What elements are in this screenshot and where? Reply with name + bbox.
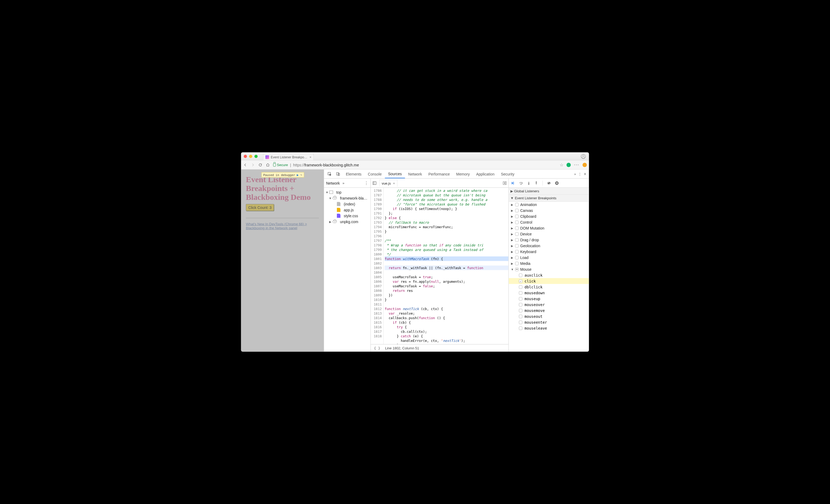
pause-on-exceptions-button[interactable] [555,181,559,185]
tree-origin[interactable]: ▶ unpkg.com [325,219,370,225]
toggle-debugger-icon[interactable] [503,181,507,185]
step-over-button[interactable] [519,181,523,185]
evt-item-mouseleave[interactable]: mouseleave [509,325,589,331]
devtools-menu-icon[interactable]: ⋮ [578,172,582,176]
devtools-tab-elements[interactable]: Elements [343,169,365,179]
deactivate-breakpoints-button[interactable] [547,181,551,185]
more-navigator-tabs-icon[interactable]: » [343,181,344,185]
devtools-tab-memory[interactable]: Memory [453,169,473,179]
section-event-listener-breakpoints[interactable]: ▼Event Listener Breakpoints [509,195,589,202]
tree-file[interactable]: app.js [325,207,370,213]
device-toolbar-icon[interactable] [334,169,342,179]
evt-category[interactable]: ▶Animation [509,202,589,208]
checkbox-icon[interactable] [519,285,522,289]
step-over-icon[interactable]: ↷ [300,173,302,177]
evt-category-mouse[interactable]: ▼Mouse [509,266,589,272]
extension-more-icon[interactable]: ••• [574,163,579,167]
bookmark-star-icon[interactable]: ☆ [560,162,564,167]
evt-item-click[interactable]: click [509,278,589,284]
checkbox-icon[interactable] [515,226,519,230]
evt-category[interactable]: ▶Clipboard [509,214,589,219]
evt-category[interactable]: ▶Control [509,219,589,225]
step-out-button[interactable] [535,181,538,185]
close-devtools-icon[interactable]: × [584,171,586,176]
evt-category[interactable]: ▶Load [509,255,589,260]
checkbox-mixed-icon[interactable] [515,267,519,271]
resume-icon[interactable]: ▶ [297,173,299,177]
checkbox-icon[interactable] [519,297,522,301]
checkbox-icon[interactable] [515,232,519,236]
checkbox-icon[interactable] [515,215,519,218]
checkbox-icon[interactable] [515,244,519,248]
checkbox-icon[interactable] [515,256,519,259]
devtools-tab-performance[interactable]: Performance [425,169,453,179]
inspect-element-icon[interactable] [326,169,334,179]
profile-avatar-icon[interactable] [581,154,586,159]
checkbox-icon[interactable] [519,274,522,277]
evt-category[interactable]: ▶Keyboard [509,249,589,255]
close-editor-tab-icon[interactable]: × [393,181,395,185]
tree-origin[interactable]: ▼ framework-bla… [325,195,370,201]
evt-item-mouseup[interactable]: mouseup [509,296,589,302]
checkbox-icon[interactable] [515,203,519,206]
evt-item-mousemove[interactable]: mousemove [509,308,589,314]
window-titlebar: Event Listener Breakpoints + B… × [241,153,589,160]
resume-button[interactable] [511,181,515,185]
evt-category[interactable]: ▶Media [509,260,589,266]
devtools-tab-network[interactable]: Network [405,169,425,179]
evt-item-mousedown[interactable]: mousedown [509,290,589,296]
browser-tab[interactable]: Event Listener Breakpoints + B… × [263,154,314,160]
evt-item-dblclick[interactable]: dblclick [509,284,589,290]
devtools-tab-security[interactable]: Security [498,169,518,179]
devtools-tab-console[interactable]: Console [365,169,385,179]
checkbox-icon[interactable] [519,279,522,283]
cloud-icon [333,197,337,199]
evt-item-mouseover[interactable]: mouseover [509,302,589,308]
checkbox-icon[interactable] [519,315,522,318]
evt-item-mouseenter[interactable]: mouseenter [509,319,589,325]
checkbox-icon[interactable] [515,209,519,212]
evt-category[interactable]: ▶Device [509,231,589,237]
evt-category[interactable]: ▶Canvas [509,208,589,214]
checkbox-icon[interactable] [519,291,522,294]
checkbox-icon[interactable] [519,326,522,330]
devtools-tab-application[interactable]: Application [473,169,498,179]
maximize-window-button[interactable] [255,155,258,158]
home-button[interactable] [266,163,270,167]
evt-item-auxclick[interactable]: auxclick [509,272,589,278]
tree-file[interactable]: style.css [325,213,370,219]
checkbox-icon[interactable] [519,309,522,312]
checkbox-icon[interactable] [515,262,519,265]
evt-item-mouseout[interactable]: mouseout [509,314,589,319]
evt-category[interactable]: ▶DOM Mutation [509,225,589,231]
evt-category[interactable]: ▶Drag / drop [509,237,589,243]
close-tab-icon[interactable]: × [309,155,311,159]
toggle-navigator-icon[interactable] [373,181,377,185]
checkbox-icon[interactable] [515,220,519,224]
tree-file[interactable]: (index) [325,201,370,207]
editor-tab-vuejs[interactable]: vue.js × [379,180,397,186]
code-area[interactable]: // it can get stuck in a weird state whe… [384,188,509,344]
extension-icon[interactable] [567,163,571,167]
reload-button[interactable] [258,163,263,167]
omnibox[interactable]: Secure | https://framework-blackboxing.g… [273,163,556,167]
navigator-menu-icon[interactable]: ⋮ [364,181,369,186]
checkbox-icon[interactable] [519,303,522,306]
more-tabs-icon[interactable]: » [574,172,576,176]
secure-indicator[interactable]: Secure [273,163,288,167]
back-button[interactable] [243,163,248,167]
close-window-button[interactable] [244,155,247,158]
navigator-tab-network[interactable]: Network [326,181,340,185]
checkbox-icon[interactable] [519,320,522,324]
line-gutter[interactable]: 1786178717881789179017911792179317941795… [371,188,384,344]
extension-icon[interactable] [583,163,587,167]
checkbox-icon[interactable] [515,250,519,253]
tree-frame-top[interactable]: ▼ top [325,189,370,195]
section-global-listeners[interactable]: ▶Global Listeners [509,188,589,195]
pretty-print-icon[interactable]: { } [374,346,380,350]
minimize-window-button[interactable] [249,155,252,158]
evt-category[interactable]: ▶Geolocation [509,243,589,249]
step-into-button[interactable] [527,181,531,185]
devtools-tab-sources[interactable]: Sources [385,169,405,179]
checkbox-icon[interactable] [515,238,519,242]
